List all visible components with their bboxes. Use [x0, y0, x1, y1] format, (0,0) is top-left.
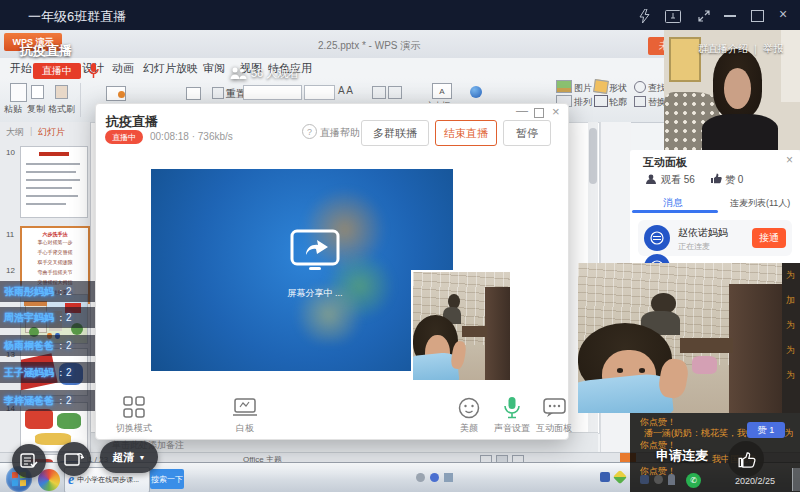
tray-icon[interactable]: [416, 473, 425, 482]
document-title: 2.25.pptx * - WPS 演示: [318, 39, 420, 53]
beauty-label[interactable]: 美颜: [453, 422, 485, 435]
panel-close-icon[interactable]: ×: [786, 153, 793, 167]
close-button[interactable]: ×: [779, 6, 787, 22]
caller-name: 赵依诺妈妈: [678, 226, 728, 240]
dialog-maximize-button[interactable]: [534, 108, 544, 118]
bullet-list-icon[interactable]: [372, 86, 386, 99]
arrange-button[interactable]: 排列: [574, 96, 592, 109]
tray-icon[interactable]: [444, 473, 453, 482]
outline-icon[interactable]: [594, 95, 608, 107]
tab-slideshow[interactable]: 幻灯片放映: [143, 61, 198, 76]
end-live-button[interactable]: 结束直播: [435, 120, 497, 146]
scrollbar-thumb[interactable]: [589, 128, 597, 184]
live-intro-link[interactable]: 群直播介绍: [698, 43, 748, 54]
scene-wardrobe: [485, 287, 510, 380]
minimize-button[interactable]: [724, 15, 736, 17]
quality-selector[interactable]: 超清 ▼: [100, 441, 158, 473]
tray-icon[interactable]: [430, 473, 439, 482]
dialog-close-button[interactable]: ×: [552, 104, 560, 119]
textbox-icon[interactable]: A: [432, 83, 452, 99]
screen-rotate-button[interactable]: [57, 442, 91, 476]
interact-panel-label[interactable]: 互动面板: [532, 422, 576, 435]
copy-icon[interactable]: [31, 85, 44, 99]
outline-button[interactable]: 轮廓: [609, 96, 627, 109]
viewer-count-icon: [645, 174, 657, 184]
report-link[interactable]: 举报: [763, 43, 783, 54]
tray-icon[interactable]: [654, 475, 663, 484]
sound-settings-icon[interactable]: [502, 396, 522, 420]
chat-overlay: 你点赞！ 潘一涵(奶奶：桃花笑，我中国现你 为 赞 1 你点赞！ 我中国现你 为…: [630, 413, 800, 492]
search-button[interactable]: 搜索一下: [150, 469, 184, 489]
scene-black-sweater: [702, 114, 778, 150]
pin-window-icon[interactable]: [664, 9, 682, 23]
whiteboard-icon[interactable]: [233, 398, 257, 417]
webcam-pip[interactable]: [413, 272, 510, 380]
notes-float-button[interactable]: [12, 444, 46, 478]
scene-wardrobe: [729, 284, 782, 413]
tab-messages[interactable]: 消息: [663, 196, 683, 210]
camera-header: 群直播介绍 ｜ 举报: [698, 42, 783, 56]
share-status-text: 屏幕分享中 ...: [265, 287, 365, 300]
slide-number-10: 10: [6, 148, 15, 157]
tray-icon[interactable]: [640, 475, 649, 484]
teacher-camera-video: 群直播介绍 ｜ 举报: [664, 30, 800, 150]
font-select[interactable]: [243, 85, 302, 100]
shape-icon[interactable]: [593, 79, 609, 94]
show-desktop-button[interactable]: [792, 468, 800, 491]
slide-icon[interactable]: [186, 87, 201, 100]
expand-icon[interactable]: [696, 9, 712, 23]
tray-icon[interactable]: [613, 470, 627, 484]
picture-icon[interactable]: [556, 80, 572, 93]
flash-icon[interactable]: [636, 9, 652, 23]
chat-glyph: 为: [786, 369, 795, 382]
phone-tray-icon[interactable]: ✆: [686, 473, 701, 488]
tab-home[interactable]: 开始: [10, 61, 32, 76]
sound-settings-label[interactable]: 声音设置: [489, 422, 535, 435]
thumbs-up-button[interactable]: [728, 441, 764, 477]
help-link[interactable]: 直播帮助: [320, 126, 360, 140]
tab-animation[interactable]: 动画: [112, 61, 134, 76]
dialog-minimize-button[interactable]: —: [516, 104, 528, 116]
app-title-bar: 一年级6班群直播 ×: [0, 0, 800, 30]
chat-glyph: 为: [786, 319, 795, 332]
help-icon[interactable]: ?: [302, 124, 317, 139]
decor: [617, 368, 623, 373]
shape-button[interactable]: 形状: [609, 82, 627, 95]
tab-review[interactable]: 审阅: [203, 61, 225, 76]
slide-thumb-10[interactable]: [20, 146, 88, 218]
outline-tab[interactable]: 大纲: [6, 126, 24, 139]
switch-mode-label[interactable]: 切换模式: [112, 422, 156, 435]
play-from-start-icon[interactable]: [106, 86, 126, 101]
beauty-icon[interactable]: [458, 397, 480, 419]
format-painter-icon[interactable]: [55, 85, 68, 99]
replace-icon[interactable]: [634, 96, 646, 107]
accept-call-button[interactable]: 接通: [752, 228, 786, 248]
pause-button[interactable]: 暂停: [503, 120, 551, 146]
viewer-count: 观看 56: [661, 173, 695, 187]
paste-icon[interactable]: [10, 83, 27, 102]
tray-mic-icon[interactable]: [668, 474, 675, 485]
apply-call-button[interactable]: 申请连麦: [656, 447, 708, 465]
student-camera-video: [578, 263, 782, 413]
interact-panel-icon[interactable]: [543, 398, 566, 418]
quality-label: 超清: [113, 450, 135, 465]
decor: [781, 30, 800, 102]
number-list-icon[interactable]: [388, 86, 402, 99]
whiteboard-label[interactable]: 白板: [229, 422, 261, 435]
paste-button[interactable]: 粘贴: [4, 103, 22, 116]
switch-mode-icon[interactable]: [123, 396, 145, 418]
chat-glyph: 加: [786, 294, 795, 307]
maximize-button[interactable]: [751, 10, 764, 22]
font-grow-shrink[interactable]: A A: [338, 85, 353, 96]
font-size-select[interactable]: [304, 85, 335, 100]
picture-button[interactable]: 图片: [574, 82, 592, 95]
format-painter-button[interactable]: 格式刷: [48, 103, 75, 116]
shape-ball-icon[interactable]: [470, 86, 482, 98]
copy-button[interactable]: 复制: [27, 103, 45, 116]
tab-call-list[interactable]: 连麦列表(11人): [730, 197, 790, 210]
slides-tab[interactable]: 幻灯片: [38, 126, 65, 139]
multi-group-button[interactable]: 多群联播: [361, 120, 429, 146]
reset-icon[interactable]: [212, 87, 224, 99]
find-icon[interactable]: [634, 81, 646, 93]
tray-icon[interactable]: [600, 472, 610, 482]
